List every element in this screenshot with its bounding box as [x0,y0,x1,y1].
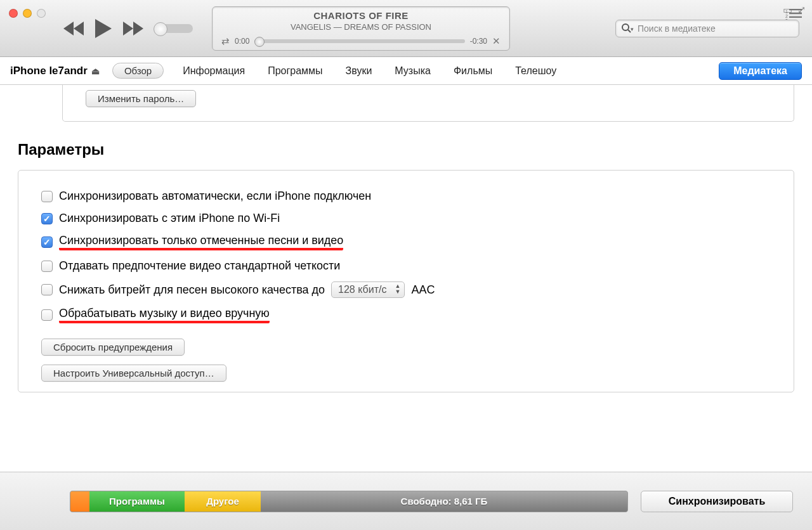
options-panel: Синхронизировать автоматически, если iPh… [18,170,794,392]
volume-slider[interactable] [155,24,193,33]
previous-button[interactable] [63,22,84,36]
remaining-time: -0:30 [470,37,487,46]
search-icon [622,23,631,33]
now-playing-display: CHARIOTS OF FIRE VANGELIS — DREAMS OF PA… [212,6,510,51]
tab-apps[interactable]: Программы [268,65,322,77]
capacity-segment-free: Свободно: 8,61 ГБ [261,491,627,512]
label-prefer-sd: Отдавать предпочтение видео стандартной … [59,259,340,273]
device-name-label: iPhone le7andr [10,65,88,77]
library-button[interactable]: Медиатека [719,62,802,80]
label-bitrate: Снижать битрейт для песен высокого качес… [59,283,325,297]
next-button[interactable] [123,22,143,36]
up-next-icon[interactable]: 123 [789,9,802,20]
label-checked-only: Синхронизировать только отмеченные песни… [59,234,343,250]
checkbox-wifi-sync[interactable] [41,213,53,224]
device-name[interactable]: iPhone le7andr ⏏ [10,65,100,77]
accessibility-button[interactable]: Настроить Универсальный доступ… [41,365,226,382]
option-auto-sync: Синхронизировать автоматически, если iPh… [41,190,771,203]
eject-icon[interactable]: ⏏ [91,66,100,76]
elapsed-time: 0:00 [235,37,249,46]
checkbox-prefer-sd[interactable] [41,261,53,272]
sync-button[interactable]: Синхронизировать [641,491,793,512]
checkbox-manual[interactable] [41,309,53,321]
main-content: Изменить пароль… Параметры Синхронизиров… [0,85,812,392]
option-prefer-sd: Отдавать предпочтение видео стандартной … [41,259,771,273]
label-auto-sync: Синхронизировать автоматически, если iPh… [59,190,371,203]
tab-info[interactable]: Информация [183,65,245,77]
bitrate-select[interactable]: 128 кбит/с ▲▼ [331,281,405,298]
bitrate-value: 128 кбит/с [338,284,386,295]
label-manual: Обрабатывать музыку и видео вручную [59,307,270,323]
search-input[interactable] [615,20,799,37]
zoom-window-button[interactable] [37,9,46,18]
stepper-arrows-icon: ▲▼ [395,283,401,295]
tab-bar: iPhone le7andr ⏏ Обзор Информация Програ… [0,57,812,85]
capacity-segment-audio [70,491,89,512]
minimize-window-button[interactable] [23,9,32,18]
option-wifi-sync: Синхронизировать с этим iPhone по Wi-Fi [41,212,771,225]
capacity-segment-apps: Программы [89,491,185,512]
close-window-button[interactable] [9,9,18,18]
checkbox-bitrate[interactable] [41,284,53,295]
svg-point-0 [622,24,629,30]
option-bitrate: Снижать битрейт для песен высокого качес… [41,281,771,298]
option-checked-only: Синхронизировать только отмеченные песни… [41,234,771,250]
tab-tvshows[interactable]: Телешоу [515,65,556,77]
checkbox-checked-only[interactable] [41,236,53,248]
playback-controls [63,19,193,38]
capacity-bar[interactable]: Программы Другое Свободно: 8,61 ГБ [70,491,628,512]
search-dropdown-icon[interactable]: ▾ [631,26,634,32]
toolbar: ▭ ⤢ CHARIOTS OF FIRE VANGELIS — DREAMS O… [0,0,812,57]
track-title[interactable]: CHARIOTS OF FIRE [313,10,409,21]
repeat-icon[interactable]: ⇄ [221,36,230,47]
capacity-segment-other: Другое [185,491,261,512]
section-title: Параметры [18,141,794,158]
window-controls [9,9,46,18]
tab-music[interactable]: Музыка [395,65,431,77]
reset-warnings-button[interactable]: Сбросить предупреждения [41,339,185,356]
bottom-bar: Программы Другое Свободно: 8,61 ГБ Синхр… [0,472,812,530]
tab-movies[interactable]: Фильмы [454,65,492,77]
label-wifi-sync: Синхронизировать с этим iPhone по Wi-Fi [59,212,280,225]
shuffle-icon[interactable]: ✕ [492,36,501,47]
bitrate-codec: AAC [411,283,435,297]
play-button[interactable] [95,19,112,38]
tab-sounds[interactable]: Звуки [346,65,372,77]
track-subtitle[interactable]: VANGELIS — DREAMS OF PASSION [291,22,431,32]
search-wrap: ▾ [615,20,799,37]
option-manual: Обрабатывать музыку и видео вручную [41,307,771,323]
progress-slider[interactable] [254,39,464,43]
checkbox-auto-sync[interactable] [41,191,53,202]
tab-overview[interactable]: Обзор [112,63,164,79]
upper-panel: Изменить пароль… [62,85,794,122]
change-password-button[interactable]: Изменить пароль… [86,90,196,107]
